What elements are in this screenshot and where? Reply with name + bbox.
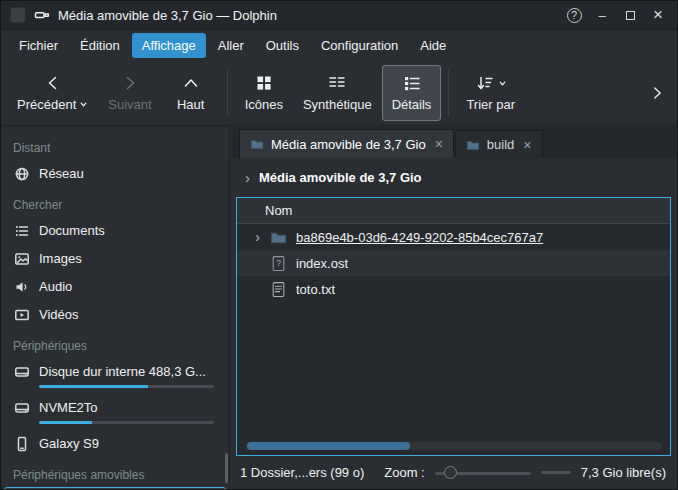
images-icon — [14, 251, 30, 267]
sidebar-item-label: Réseau — [39, 166, 84, 181]
file-view: Nom › ba869e4b-03d6-4249-9202-85b4cec767… — [236, 197, 671, 456]
svg-text:?: ? — [276, 258, 281, 268]
help-button[interactable]: ? — [564, 5, 584, 25]
help-icon: ? — [567, 8, 582, 23]
sidebar-item-label: Documents — [39, 223, 105, 238]
compact-view-button[interactable]: Synthétique — [293, 65, 382, 121]
sidebar-item-label: Galaxy S9 — [39, 436, 99, 451]
chevron-right-icon[interactable]: › — [245, 169, 250, 186]
file-name: index.ost — [296, 256, 348, 271]
sort-by-button[interactable]: Trier par — [456, 65, 525, 121]
app-icon — [10, 7, 26, 23]
menu-outils[interactable]: Outils — [256, 33, 309, 58]
minimize-button[interactable]: – — [592, 5, 612, 25]
toolbar-separator — [227, 70, 228, 116]
up-label: Haut — [177, 97, 204, 112]
sidebar-item-nvme2to[interactable]: NVME2To — [4, 394, 226, 429]
menu-aller[interactable]: Aller — [208, 33, 254, 58]
close-button[interactable]: × — [648, 5, 668, 25]
sidebar-item-videos[interactable]: Vidéos — [4, 301, 226, 328]
status-bar: 1 Dossier,...ers (99 o) Zoom : 7,3 Gio l… — [230, 456, 677, 489]
close-tab-icon[interactable]: × — [523, 137, 531, 153]
toolbar-overflow-button[interactable] — [643, 70, 671, 116]
menubar: Fichier Édition Affichage Aller Outils C… — [1, 30, 677, 60]
sort-icon — [475, 73, 495, 93]
up-button[interactable]: Haut — [162, 65, 220, 121]
menu-affichage[interactable]: Affichage — [132, 33, 206, 58]
column-header-label: Nom — [265, 203, 292, 218]
tab-build[interactable]: build × — [455, 130, 543, 158]
compact-view-label: Synthétique — [303, 97, 372, 112]
unknown-file-icon: ? — [270, 255, 287, 272]
sidebar-item-reseau[interactable]: Réseau — [4, 160, 226, 187]
dolphin-window: Média amovible de 3,7 Gio — Dolphin ? – … — [0, 0, 678, 490]
usb-drive-icon — [34, 7, 50, 23]
file-row[interactable]: › ba869e4b-03d6-4249-9202-85b4cec767a7 — [237, 224, 670, 250]
toolbar-separator — [448, 70, 449, 116]
audio-icon — [14, 279, 30, 295]
sidebar-item-galaxy-s9[interactable]: Galaxy S9 — [4, 430, 226, 457]
icons-view-label: Icônes — [245, 97, 283, 112]
maximize-button[interactable] — [620, 5, 640, 25]
section-header-distant: Distant — [1, 131, 229, 159]
chevron-down-icon — [498, 79, 507, 88]
expander-icon[interactable]: › — [250, 229, 265, 245]
sidebar-item-label: Disque dur interne 488,3 G... — [39, 364, 206, 379]
text-file-icon — [270, 281, 287, 298]
tab-bar: Média amovible de 3,7 Gio × build × — [230, 127, 677, 158]
hard-drive-icon — [14, 364, 30, 380]
file-row[interactable]: ? index.ost — [237, 250, 670, 276]
details-list-icon — [402, 73, 422, 93]
sidebar-item-audio[interactable]: Audio — [4, 273, 226, 300]
sidebar-scrollbar[interactable] — [225, 453, 228, 483]
tab-media-amovible[interactable]: Média amovible de 3,7 Gio × — [239, 129, 454, 158]
chevron-down-icon — [79, 100, 88, 109]
chevron-up-icon — [181, 73, 201, 93]
main-area: Média amovible de 3,7 Gio × build × › Mé… — [230, 127, 677, 489]
close-tab-icon[interactable]: × — [435, 136, 443, 152]
folder-icon — [466, 138, 480, 152]
zoom-slider[interactable] — [435, 465, 531, 481]
menu-fichier[interactable]: Fichier — [9, 33, 68, 58]
menu-edition[interactable]: Édition — [70, 33, 130, 58]
titlebar: Média amovible de 3,7 Gio — Dolphin ? – … — [1, 1, 677, 30]
horizontal-scrollbar[interactable] — [245, 442, 662, 450]
column-header-nom[interactable]: Nom — [237, 198, 670, 224]
usage-bar — [39, 385, 214, 388]
zoom-handle[interactable] — [444, 466, 457, 479]
forward-label: Suivant — [108, 97, 151, 112]
forward-button[interactable]: Suivant — [98, 65, 161, 121]
compact-list-icon — [327, 73, 347, 93]
breadcrumb-location[interactable]: Média amovible de 3,7 Gio — [259, 170, 422, 185]
toolbar: Précédent Suivant Haut Icônes Synthétiqu… — [1, 60, 677, 126]
back-button[interactable]: Précédent — [7, 65, 98, 121]
sidebar-item-label: Images — [39, 251, 82, 266]
sidebar-item-label: Vidéos — [39, 307, 79, 322]
sidebar-item-media-amovible[interactable]: Média amovible de 3,7 ... — [4, 487, 226, 489]
file-row[interactable]: toto.txt — [237, 276, 670, 302]
maximize-icon — [626, 11, 635, 20]
sidebar-item-label: NVME2To — [39, 400, 98, 415]
status-summary: 1 Dossier,...ers (99 o) — [240, 465, 364, 480]
icons-view-button[interactable]: Icônes — [235, 65, 293, 121]
section-header-peripheriques-amovibles: Périphériques amovibles — [1, 458, 229, 486]
usage-bar — [39, 421, 214, 424]
network-icon — [14, 166, 30, 182]
sidebar-item-documents[interactable]: Documents — [4, 217, 226, 244]
chevron-right-icon — [648, 84, 666, 102]
sidebar-item-disque-dur-interne[interactable]: Disque dur interne 488,3 G... — [4, 358, 226, 393]
phone-icon — [14, 436, 30, 452]
folder-icon — [270, 229, 287, 246]
details-view-button[interactable]: Détails — [382, 65, 442, 121]
window-title: Média amovible de 3,7 Gio — Dolphin — [58, 8, 277, 23]
free-space-bar — [541, 471, 571, 474]
menu-configuration[interactable]: Configuration — [311, 33, 408, 58]
scrollbar-thumb[interactable] — [247, 442, 410, 450]
sidebar-item-images[interactable]: Images — [4, 245, 226, 272]
free-space-text: 7,3 Gio libre(s) — [581, 465, 666, 480]
zoom-label: Zoom : — [384, 465, 424, 480]
details-view-label: Détails — [392, 97, 432, 112]
menu-aide[interactable]: Aide — [410, 33, 456, 58]
places-panel: Distant Réseau Chercher Documents — [1, 127, 230, 489]
section-header-chercher: Chercher — [1, 188, 229, 216]
